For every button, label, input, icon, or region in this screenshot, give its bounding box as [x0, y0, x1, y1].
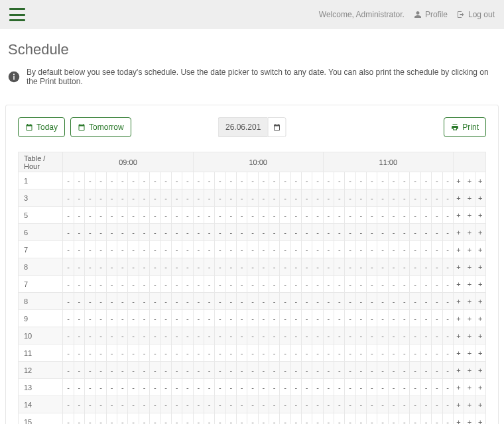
slot-add[interactable]: +: [453, 310, 464, 327]
slot-empty[interactable]: -: [150, 362, 160, 379]
slot-empty[interactable]: -: [399, 172, 410, 189]
slot-add[interactable]: +: [464, 276, 475, 293]
slot-empty[interactable]: -: [204, 224, 214, 241]
slot-empty[interactable]: -: [236, 344, 247, 362]
slot-empty[interactable]: -: [106, 224, 117, 241]
slot-empty[interactable]: -: [323, 276, 334, 293]
slot-empty[interactable]: -: [106, 327, 117, 344]
slot-empty[interactable]: -: [367, 276, 377, 293]
slot-empty[interactable]: -: [377, 379, 388, 396]
slot-empty[interactable]: -: [63, 189, 74, 207]
slot-empty[interactable]: -: [388, 172, 399, 189]
slot-empty[interactable]: -: [63, 172, 74, 189]
slot-empty[interactable]: -: [63, 310, 74, 327]
slot-empty[interactable]: -: [63, 207, 74, 224]
slot-empty[interactable]: -: [355, 413, 366, 425]
slot-empty[interactable]: -: [377, 413, 388, 425]
slot-empty[interactable]: -: [367, 379, 377, 396]
slot-empty[interactable]: -: [280, 189, 290, 207]
slot-empty[interactable]: -: [302, 362, 312, 379]
slot-empty[interactable]: -: [236, 172, 247, 189]
slot-empty[interactable]: -: [323, 396, 334, 413]
slot-add[interactable]: +: [475, 224, 485, 241]
slot-empty[interactable]: -: [432, 241, 442, 258]
slot-empty[interactable]: -: [85, 258, 95, 276]
slot-add[interactable]: +: [475, 241, 485, 258]
slot-empty[interactable]: -: [355, 172, 366, 189]
slot-empty[interactable]: -: [432, 327, 442, 344]
slot-empty[interactable]: -: [345, 189, 355, 207]
slot-empty[interactable]: -: [302, 344, 312, 362]
slot-empty[interactable]: -: [312, 241, 323, 258]
slot-empty[interactable]: -: [399, 327, 410, 344]
slot-empty[interactable]: -: [182, 189, 193, 207]
slot-empty[interactable]: -: [150, 276, 160, 293]
slot-empty[interactable]: -: [420, 310, 431, 327]
slot-empty[interactable]: -: [236, 276, 247, 293]
slot-empty[interactable]: -: [269, 293, 279, 310]
slot-empty[interactable]: -: [85, 396, 95, 413]
slot-empty[interactable]: -: [204, 276, 214, 293]
slot-empty[interactable]: -: [160, 258, 171, 276]
slot-empty[interactable]: -: [247, 310, 258, 327]
slot-empty[interactable]: -: [420, 293, 431, 310]
slot-empty[interactable]: -: [193, 396, 204, 413]
slot-empty[interactable]: -: [290, 293, 301, 310]
slot-empty[interactable]: -: [345, 224, 355, 241]
slot-empty[interactable]: -: [367, 327, 377, 344]
slot-empty[interactable]: -: [355, 207, 366, 224]
slot-empty[interactable]: -: [182, 310, 193, 327]
slot-empty[interactable]: -: [280, 258, 290, 276]
slot-empty[interactable]: -: [323, 310, 334, 327]
slot-empty[interactable]: -: [150, 258, 160, 276]
slot-empty[interactable]: -: [432, 207, 442, 224]
slot-empty[interactable]: -: [182, 327, 193, 344]
slot-empty[interactable]: -: [399, 413, 410, 425]
slot-empty[interactable]: -: [171, 293, 182, 310]
slot-empty[interactable]: -: [225, 258, 236, 276]
slot-empty[interactable]: -: [312, 310, 323, 327]
slot-empty[interactable]: -: [377, 189, 388, 207]
slot-empty[interactable]: -: [193, 344, 204, 362]
slot-empty[interactable]: -: [345, 241, 355, 258]
slot-empty[interactable]: -: [95, 258, 106, 276]
slot-empty[interactable]: -: [367, 241, 377, 258]
slot-empty[interactable]: -: [193, 293, 204, 310]
slot-empty[interactable]: -: [74, 396, 84, 413]
slot-empty[interactable]: -: [345, 362, 355, 379]
slot-empty[interactable]: -: [215, 310, 225, 327]
slot-empty[interactable]: -: [280, 207, 290, 224]
slot-empty[interactable]: -: [117, 344, 128, 362]
slot-empty[interactable]: -: [269, 224, 279, 241]
slot-empty[interactable]: -: [442, 207, 453, 224]
slot-add[interactable]: +: [475, 293, 485, 310]
slot-empty[interactable]: -: [302, 258, 312, 276]
slot-empty[interactable]: -: [139, 189, 149, 207]
slot-add[interactable]: +: [475, 413, 485, 425]
profile-link[interactable]: Profile: [414, 10, 448, 19]
slot-empty[interactable]: -: [312, 344, 323, 362]
slot-empty[interactable]: -: [171, 396, 182, 413]
slot-empty[interactable]: -: [247, 258, 258, 276]
slot-empty[interactable]: -: [74, 276, 84, 293]
slot-empty[interactable]: -: [150, 344, 160, 362]
slot-empty[interactable]: -: [150, 224, 160, 241]
slot-empty[interactable]: -: [290, 310, 301, 327]
slot-add[interactable]: +: [464, 293, 475, 310]
slot-add[interactable]: +: [464, 413, 475, 425]
slot-empty[interactable]: -: [225, 310, 236, 327]
slot-empty[interactable]: -: [377, 258, 388, 276]
slot-empty[interactable]: -: [117, 207, 128, 224]
slot-empty[interactable]: -: [388, 413, 399, 425]
slot-empty[interactable]: -: [355, 224, 366, 241]
slot-empty[interactable]: -: [442, 189, 453, 207]
slot-empty[interactable]: -: [193, 413, 204, 425]
slot-empty[interactable]: -: [399, 379, 410, 396]
slot-empty[interactable]: -: [128, 276, 139, 293]
slot-empty[interactable]: -: [95, 379, 106, 396]
slot-empty[interactable]: -: [280, 276, 290, 293]
slot-empty[interactable]: -: [280, 362, 290, 379]
slot-empty[interactable]: -: [323, 258, 334, 276]
slot-empty[interactable]: -: [63, 396, 74, 413]
slot-empty[interactable]: -: [432, 310, 442, 327]
